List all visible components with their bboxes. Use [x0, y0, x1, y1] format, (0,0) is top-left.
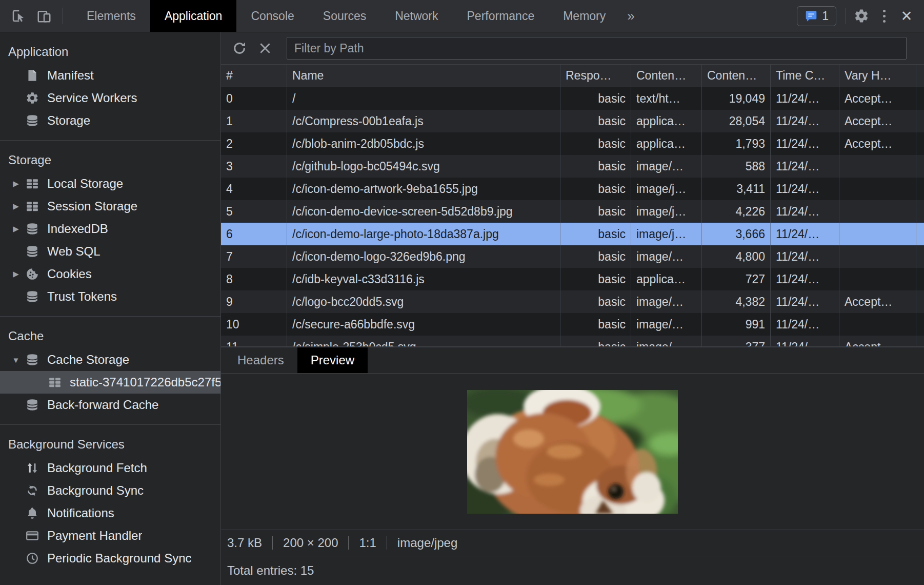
- cell-time-cached: 11/24/…: [770, 313, 839, 336]
- collapse-arrow-icon[interactable]: ▼: [7, 356, 25, 364]
- column-header-content-length[interactable]: Conten…: [701, 65, 770, 87]
- cell-content-type: image/j…: [631, 223, 701, 245]
- cell-content-type: applica…: [631, 268, 701, 290]
- cell-vary-header: Accept…: [839, 290, 916, 313]
- more-options-dots-icon[interactable]: [873, 5, 895, 27]
- database-icon: [25, 289, 40, 304]
- sidebar-item-static-cache[interactable]: static-3741017226db5c27f50bd: [0, 371, 220, 394]
- info-divider: [387, 536, 387, 550]
- tab-network[interactable]: Network: [380, 0, 452, 32]
- sidebar-item-indexeddb[interactable]: ▶ IndexedDB: [0, 218, 220, 240]
- cell-content-type: image/…: [631, 313, 701, 336]
- table-row[interactable]: 3 /c/github-logo-bc05494c.svg basic imag…: [221, 155, 924, 178]
- sidebar-section-application: Application Manifest Service Workers Sto…: [0, 32, 220, 141]
- sidebar-item-manifest[interactable]: Manifest: [0, 64, 220, 87]
- cell-gutter: [916, 110, 924, 132]
- table-row[interactable]: 11 /c/simple-253b0cd5.svg basic image/… …: [221, 336, 924, 346]
- sidebar-item-back-forward-cache[interactable]: Back-forward Cache: [0, 394, 220, 416]
- detail-tabs: Headers Preview: [221, 347, 924, 374]
- tab-application[interactable]: Application: [150, 0, 237, 32]
- section-title-application: Application: [0, 37, 220, 64]
- column-header-response-type[interactable]: Respo…: [560, 65, 631, 87]
- cell-vary-header: [839, 313, 916, 336]
- table-row[interactable]: 8 /c/idb-keyval-c33d3116.js basic applic…: [221, 268, 924, 290]
- column-header-time-cached[interactable]: Time C…: [770, 65, 839, 87]
- table-row[interactable]: 10 /c/secure-a66bbdfe.svg basic image/… …: [221, 313, 924, 336]
- table-row[interactable]: 2 /c/blob-anim-2db05bdc.js basic applica…: [221, 132, 924, 155]
- expand-arrow-icon[interactable]: ▶: [7, 202, 25, 211]
- cell-content-length: 4,800: [701, 245, 770, 268]
- expand-arrow-icon[interactable]: ▶: [7, 269, 25, 279]
- tab-console[interactable]: Console: [236, 0, 308, 32]
- device-toolbar-icon[interactable]: [33, 5, 55, 27]
- cell-index: 7: [221, 245, 287, 268]
- sidebar-item-storage[interactable]: Storage: [0, 109, 220, 132]
- column-header-name[interactable]: Name: [287, 65, 560, 87]
- sidebar-item-payment-handler[interactable]: Payment Handler: [0, 524, 220, 547]
- cell-index: 2: [221, 132, 287, 155]
- sidebar-item-session-storage[interactable]: ▶ Session Storage: [0, 195, 220, 218]
- cell-content-length: 727: [701, 268, 770, 290]
- cell-gutter: [916, 200, 924, 223]
- tab-preview[interactable]: Preview: [297, 347, 368, 373]
- table-row[interactable]: 0 / basic text/ht… 19,049 11/24/… Accept…: [221, 87, 924, 110]
- table-row[interactable]: 5 /c/icon-demo-device-screen-5d52d8b9.jp…: [221, 200, 924, 223]
- column-header-content-type[interactable]: Conten…: [631, 65, 701, 87]
- issues-chat-icon: [805, 9, 818, 23]
- sidebar-item-background-sync[interactable]: Background Sync: [0, 479, 220, 502]
- expand-arrow-icon[interactable]: ▶: [7, 179, 25, 188]
- sidebar-item-periodic-background-sync[interactable]: Periodic Background Sync: [0, 547, 220, 570]
- cell-name: /c/logo-bcc20dd5.svg: [287, 290, 560, 313]
- cell-index: 9: [221, 290, 287, 313]
- cell-name: /c/secure-a66bbdfe.svg: [287, 313, 560, 336]
- column-header-index[interactable]: #: [221, 65, 287, 87]
- table-header-row: # Name Respo… Conten… Conten… Time C… Va…: [221, 65, 924, 87]
- cell-time-cached: 11/24/…: [770, 132, 839, 155]
- cell-gutter: [916, 178, 924, 200]
- tab-headers[interactable]: Headers: [224, 347, 297, 373]
- settings-gear-icon[interactable]: [850, 5, 873, 27]
- table-row[interactable]: 9 /c/logo-bcc20dd5.svg basic image/… 4,3…: [221, 290, 924, 313]
- cell-content-type: image/…: [631, 155, 701, 178]
- cell-response-type: basic: [560, 290, 631, 313]
- sidebar-item-background-fetch[interactable]: Background Fetch: [0, 457, 220, 479]
- sidebar-item-web-sql[interactable]: Web SQL: [0, 240, 220, 263]
- more-tabs-chevron-icon[interactable]: »: [620, 0, 641, 32]
- table-row[interactable]: 7 /c/icon-demo-logo-326ed9b6.png basic i…: [221, 245, 924, 268]
- database-icon: [25, 221, 40, 237]
- cell-time-cached: 11/24/…: [770, 87, 839, 110]
- sidebar-item-service-workers[interactable]: Service Workers: [0, 87, 220, 109]
- panel-tabs: Elements Application Console Sources Net…: [72, 0, 642, 32]
- table-row[interactable]: 4 /c/icon-demo-artwork-9eba1655.jpg basi…: [221, 178, 924, 200]
- issues-button[interactable]: 1: [797, 6, 836, 26]
- inspect-element-icon[interactable]: [7, 5, 30, 27]
- cell-index: 0: [221, 87, 287, 110]
- cell-content-length: 4,382: [701, 290, 770, 313]
- cell-index: 10: [221, 313, 287, 336]
- delete-selected-icon[interactable]: [254, 37, 276, 60]
- expand-arrow-icon[interactable]: ▶: [7, 224, 25, 233]
- tab-memory[interactable]: Memory: [549, 0, 620, 32]
- sidebar-item-cookies[interactable]: ▶ Cookies: [0, 263, 220, 285]
- entry-detail-pane: Headers Preview: [221, 346, 924, 585]
- table-row[interactable]: 1 /c/Compress-00b1eafa.js basic applica……: [221, 110, 924, 132]
- cache-toolbar: [221, 32, 924, 65]
- cell-vary-header: Accept…: [839, 87, 916, 110]
- sidebar-item-trust-tokens[interactable]: Trust Tokens: [0, 285, 220, 308]
- cell-name: /c/icon-demo-device-screen-5d52d8b9.jpg: [287, 200, 560, 223]
- sidebar-item-notifications[interactable]: Notifications: [0, 502, 220, 524]
- table-row[interactable]: 6 /c/icon-demo-large-photo-18da387a.jpg …: [221, 223, 924, 245]
- tab-performance[interactable]: Performance: [453, 0, 549, 32]
- cell-gutter: [916, 268, 924, 290]
- tab-sources[interactable]: Sources: [309, 0, 380, 32]
- cell-content-type: image/…: [631, 336, 701, 346]
- refresh-icon[interactable]: [228, 37, 251, 60]
- sidebar-item-local-storage[interactable]: ▶ Local Storage: [0, 172, 220, 195]
- cache-storage-panel: # Name Respo… Conten… Conten… Time C… Va…: [221, 32, 924, 585]
- cell-content-length: 1,793: [701, 132, 770, 155]
- column-header-vary-header[interactable]: Vary H…: [839, 65, 916, 87]
- tab-elements[interactable]: Elements: [72, 0, 150, 32]
- filter-by-path-input[interactable]: [287, 37, 907, 60]
- close-devtools-icon[interactable]: ×: [895, 5, 918, 27]
- sidebar-item-cache-storage[interactable]: ▼ Cache Storage: [0, 348, 220, 371]
